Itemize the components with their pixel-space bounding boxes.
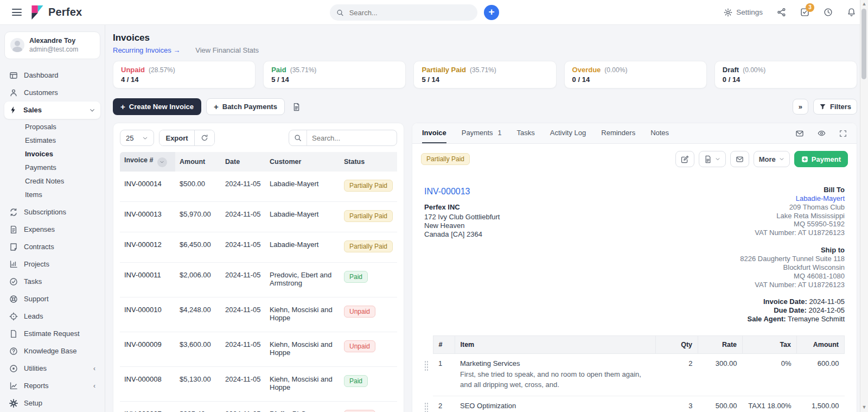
eye-icon: [817, 129, 826, 137]
status-badge: Unpaid: [344, 340, 375, 352]
ship-to-line: MQ 46081-1080: [643, 272, 845, 281]
tab-reminders[interactable]: Reminders: [601, 123, 635, 143]
invoice-number-link[interactable]: INV-000013: [424, 187, 643, 197]
status-badge: Paid: [344, 375, 368, 387]
scrollbar-thumb[interactable]: [861, 9, 866, 79]
sidebar-item-dashboard[interactable]: Dashboard: [4, 67, 100, 84]
sidebar-item-payments[interactable]: Payments: [4, 161, 100, 174]
invoice-date: Invoice Date: 2024-11-05: [643, 297, 845, 306]
column-header-customer[interactable]: Customer: [265, 152, 340, 172]
table-search[interactable]: [289, 130, 397, 146]
quick-create-button[interactable]: +: [484, 5, 499, 20]
table-row[interactable]: INV-000011 $2,006.00 2024-11-05 Predovic…: [120, 262, 397, 297]
tab-activity-log[interactable]: Activity Log: [550, 123, 586, 143]
drag-handle[interactable]: [424, 402, 429, 412]
gear-icon: [724, 8, 732, 17]
table-row[interactable]: INV-000007 $935.40 2024-11-05 Pfeffer PL…: [120, 401, 397, 412]
more-button[interactable]: More: [754, 151, 790, 167]
summary-card-unpaid[interactable]: Unpaid(28.57%) 4 / 14: [113, 61, 256, 88]
global-search-input[interactable]: [348, 8, 471, 17]
tab-tasks[interactable]: Tasks: [517, 123, 535, 143]
scroll-up-arrow[interactable]: ▲: [860, 0, 868, 8]
recurring-invoices-link[interactable]: Recurring Invoices →: [113, 46, 180, 54]
download-pdf-button[interactable]: [699, 151, 726, 167]
user-card[interactable]: Alexandre Toy admin@test.com: [4, 31, 100, 59]
send-email-button[interactable]: [730, 151, 749, 167]
tasks-notifications-button[interactable]: 3: [800, 8, 809, 17]
timers-button[interactable]: [824, 8, 833, 17]
share-button[interactable]: [777, 8, 786, 17]
invoice-status-badge: Partially Paid: [421, 153, 470, 165]
table-row[interactable]: INV-000014 $500.00 2024-11-05 Labadie-Ma…: [120, 172, 397, 202]
page-scrollbar[interactable]: ▲ ▼: [860, 0, 868, 412]
sidebar-item-knowledge-base[interactable]: Knowledge Base: [4, 343, 100, 360]
sidebar-item-items[interactable]: Items: [4, 188, 100, 201]
alerts-button[interactable]: [847, 8, 856, 17]
column-header-status[interactable]: Status: [340, 152, 397, 172]
sidebar-item-estimate-request[interactable]: Estimate Request: [4, 325, 100, 343]
brand-logo[interactable]: Perfex: [30, 4, 82, 21]
sidebar-item-credit-notes[interactable]: Credit Notes: [4, 174, 100, 188]
tab-invoice[interactable]: Invoice: [422, 123, 446, 143]
company-address-line: 172 Ivy Club Gottliebfurt: [424, 213, 643, 221]
table-search-input[interactable]: [307, 134, 397, 142]
page-size-select[interactable]: 25: [120, 130, 154, 146]
settings-button[interactable]: Settings: [724, 8, 763, 17]
hamburger-menu-icon[interactable]: [12, 9, 22, 16]
table-actions-group: Export: [159, 130, 214, 146]
preview-button[interactable]: [817, 129, 826, 137]
batch-payments-button[interactable]: + Batch Payments: [206, 98, 285, 115]
sidebar-item-contracts[interactable]: Contracts: [4, 238, 100, 256]
table-row[interactable]: INV-000012 $6,450.00 2024-11-05 Labadie-…: [120, 232, 397, 262]
sidebar-item-customers[interactable]: Customers: [4, 84, 100, 102]
tab-payments[interactable]: Payments1: [462, 123, 502, 143]
drag-handle[interactable]: [424, 360, 429, 371]
detail-action-row: Partially Paid More: [412, 144, 857, 173]
estimate-request-file-icon: [9, 329, 18, 338]
sidebar-item-leads[interactable]: Leads: [4, 308, 100, 325]
fullscreen-button[interactable]: [839, 130, 847, 137]
chevron-left-icon: ‹: [93, 382, 95, 390]
filter-funnel-icon: [819, 103, 826, 110]
record-payment-button[interactable]: Payment: [794, 151, 848, 167]
sidebar-item-expenses[interactable]: Expenses: [4, 221, 100, 238]
sidebar-item-invoices[interactable]: Invoices: [4, 147, 100, 161]
scroll-down-arrow[interactable]: ▼: [860, 403, 868, 411]
column-header-date[interactable]: Date: [221, 152, 265, 172]
sidebar-item-setup[interactable]: Setup: [4, 395, 100, 412]
plus-icon: +: [120, 102, 125, 111]
column-header-invoice-number[interactable]: Invoice #: [120, 152, 175, 172]
create-new-invoice-button[interactable]: + Create New Invoice: [113, 98, 201, 115]
summary-cards: Unpaid(28.57%) 4 / 14 Paid(35.71%) 5 / 1…: [113, 61, 857, 88]
email-invoice-button[interactable]: [795, 129, 804, 138]
sidebar-item-proposals[interactable]: Proposals: [4, 120, 100, 134]
bill-to-customer-link[interactable]: Labadie-Mayert: [643, 194, 845, 203]
sidebar-item-subscriptions[interactable]: Subscriptions: [4, 204, 100, 221]
filters-button[interactable]: Filters: [813, 99, 857, 115]
sidebar-item-support[interactable]: Support: [4, 290, 100, 308]
export-button[interactable]: Export: [159, 130, 194, 145]
global-search[interactable]: [330, 4, 477, 21]
sidebar-item-projects[interactable]: Projects: [4, 256, 100, 273]
tab-notes[interactable]: Notes: [650, 123, 669, 143]
table-row[interactable]: INV-000009 $3,600.00 2024-11-05 Kiehn, M…: [120, 332, 397, 366]
zip-invoices-button[interactable]: [292, 103, 301, 111]
table-row[interactable]: INV-000010 $4,248.00 2024-11-05 Kiehn, M…: [120, 297, 397, 332]
sidebar-item-tasks[interactable]: Tasks: [4, 273, 100, 290]
edit-invoice-button[interactable]: [675, 151, 694, 167]
summary-card-partially-paid[interactable]: Partially Paid(35.71%) 5 / 14: [413, 61, 556, 88]
sidebar-item-utilities[interactable]: Utilities ‹: [4, 360, 100, 377]
summary-card-draft[interactable]: Draft(0.00%) 0 / 14: [714, 61, 857, 88]
table-row[interactable]: INV-000008 $5,130.00 2024-11-05 Kiehn, M…: [120, 366, 397, 401]
sidebar-item-estimates[interactable]: Estimates: [4, 134, 100, 147]
table-row[interactable]: INV-000013 $5,970.00 2024-11-05 Labadie-…: [120, 201, 397, 232]
column-header-amount[interactable]: Amount: [175, 152, 221, 172]
toggle-detail-panel-button[interactable]: »: [793, 99, 808, 115]
sidebar-item-reports[interactable]: Reports ‹: [4, 377, 100, 395]
sort-chevron-icon[interactable]: [157, 157, 167, 167]
sidebar-item-sales[interactable]: Sales: [4, 102, 100, 119]
summary-card-paid[interactable]: Paid(35.71%) 5 / 14: [263, 61, 406, 88]
refresh-button[interactable]: [194, 130, 214, 145]
view-financial-stats-link[interactable]: View Financial Stats: [195, 46, 259, 54]
summary-card-overdue[interactable]: Overdue(0.00%) 0 / 14: [564, 61, 707, 88]
